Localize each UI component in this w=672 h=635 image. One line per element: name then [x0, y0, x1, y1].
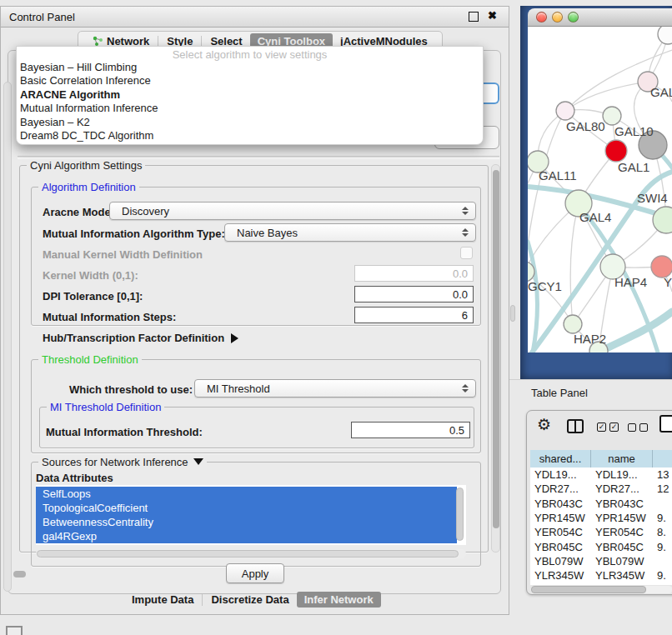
apply-button[interactable]: Apply [226, 563, 284, 583]
table-row[interactable]: YBR045CYBR045C9. [530, 539, 672, 553]
control-panel-titlebar[interactable]: Control Panel ✖ [1, 7, 509, 28]
cell: YER054C [530, 526, 591, 538]
node-gal10[interactable] [603, 107, 621, 125]
node-gal1-selected[interactable] [605, 140, 627, 162]
cell: YDR27... [591, 482, 653, 495]
manual-kernel-width-checkbox [460, 247, 473, 259]
group-title: Cyni Algorithm Settings [27, 159, 145, 172]
mi-steps-field[interactable]: 6 [354, 307, 474, 323]
close-traffic-light-icon[interactable] [536, 12, 547, 22]
zoom-traffic-light-icon[interactable] [568, 12, 579, 22]
select-all-icon-2[interactable]: ✓ [609, 422, 619, 432]
cell: YIL052C [530, 584, 591, 585]
attribute-item[interactable]: BetweennessCentrality [36, 515, 457, 529]
cell: 8. [653, 526, 672, 538]
table-row[interactable]: YBL079WYBL079W [530, 554, 672, 568]
close-icon[interactable]: ✖ [488, 9, 497, 22]
which-threshold-label: Which threshold to use: [69, 383, 193, 396]
new-table-icon[interactable] [659, 415, 672, 432]
chevron-down-icon [193, 458, 203, 465]
list-horizontal-scrollbar[interactable] [36, 549, 466, 558]
dpi-tolerance-label: DPI Tolerance [0,1]: [43, 290, 143, 302]
attribute-item[interactable]: TopologicalCoefficient [36, 501, 457, 515]
node-hap2[interactable] [564, 315, 582, 333]
node-label: GAL80 [566, 119, 605, 133]
tab-discretize-data[interactable]: Discretize Data [203, 592, 296, 608]
columns-icon[interactable] [567, 419, 584, 433]
network-graph: GAL7 GAL80 GAL10 GAL1 GAL11 SWI4 GAL4 GC… [528, 27, 672, 352]
table-row[interactable]: YDL19...YDL19...13 [530, 468, 672, 482]
node-gal80[interactable] [556, 102, 574, 120]
kernel-width-label: Kernel Width (0,1): [43, 269, 138, 282]
table-row[interactable]: YBR043CYBR043C [530, 497, 672, 511]
control-panel-window: Control Panel ✖ Network Style Select Cyn… [0, 6, 509, 615]
mi-steps-value: 6 [462, 309, 468, 322]
float-icon[interactable] [469, 12, 479, 22]
network-window-titlebar[interactable] [528, 8, 672, 27]
stepper-arrows-icon [462, 228, 469, 237]
table-row[interactable]: YDR27...YDR27...12 [530, 482, 672, 496]
column-header-shared-name[interactable]: shared... [530, 450, 591, 468]
panel-vertical-scrollbar[interactable] [3, 82, 12, 592]
popup-item-bayesian-hill-climbing[interactable]: Bayesian – Hill Climbing [17, 61, 483, 74]
node-label: Y [664, 275, 672, 289]
list-scrollbar-thumb[interactable] [456, 488, 464, 541]
cyni-bottom-tabbar: Impute Data Discretize Data Infer Networ… [124, 590, 381, 609]
minimize-traffic-light-icon[interactable] [552, 12, 563, 22]
sources-toggle[interactable]: Sources for Network Inference [38, 456, 207, 468]
sources-title: Sources for Network Inference [42, 456, 188, 468]
cell: YBL079W [591, 555, 653, 568]
cell: YLR345W [591, 569, 653, 582]
node-swi4[interactable] [653, 207, 672, 233]
node-partial-top[interactable] [658, 27, 672, 44]
stepper-arrows-icon [462, 207, 469, 215]
tab-infer-network[interactable]: Infer Network [297, 592, 381, 608]
scrollbar-thumb[interactable] [37, 550, 459, 558]
node-label: SWI4 [637, 191, 668, 205]
aracne-mode-combobox[interactable]: Discovery [109, 202, 476, 220]
table-row[interactable]: YLR345WYLR345W9. [530, 568, 672, 582]
cell: YBR043C [530, 498, 591, 510]
inference-algorithm-combobox-fragment[interactable] [481, 82, 499, 104]
dpi-tolerance-field[interactable]: 0.0 [354, 286, 474, 302]
minimized-panel-icon[interactable] [6, 626, 23, 635]
popup-item-mutual-information[interactable]: Mutual Information Inference [17, 102, 483, 115]
table-row[interactable]: YIL052CYIL052C9 [530, 582, 672, 585]
data-attributes-list[interactable]: SelfLoops TopologicalCoefficient Between… [36, 485, 466, 545]
mi-threshold-field[interactable]: 0.5 [351, 422, 470, 438]
cell: 9. [653, 569, 672, 582]
table-row[interactable]: YPR145WYPR145W9. [530, 511, 672, 525]
cell: YPR145W [591, 512, 653, 524]
attribute-item[interactable]: SelfLoops [36, 487, 457, 501]
deselect-all-icon[interactable] [628, 423, 636, 432]
which-threshold-combobox[interactable]: MI Threshold [194, 379, 476, 398]
cell: YBR045C [530, 541, 591, 553]
popup-item-basic-correlation[interactable]: Basic Correlation Inference [17, 74, 483, 88]
hub-definition-toggle[interactable]: Hub/Transcription Factor Definition [43, 332, 238, 344]
manual-kernel-width-label: Manual Kernel Width Definition [43, 248, 203, 261]
table-horizontal-scrollbar[interactable] [531, 586, 672, 593]
select-all-icon[interactable]: ✓ [597, 422, 606, 432]
popup-item-dream8[interactable]: Dream8 DC_TDC Algorithm [17, 129, 483, 142]
tab-impute-data[interactable]: Impute Data [124, 592, 201, 608]
popup-item-aracne[interactable]: ARACNE Algorithm [17, 88, 483, 102]
column-header-name[interactable]: name [591, 450, 653, 468]
deselect-all-icon-2[interactable] [639, 423, 648, 432]
node-label: GAL7 [650, 85, 672, 99]
node-label: GAL4 [579, 210, 611, 224]
mi-algorithm-type-combobox[interactable]: Naive Bayes [224, 223, 476, 242]
control-panel-title: Control Panel [9, 11, 75, 23]
table-row[interactable]: YER054CYER054C8. [530, 525, 672, 539]
content-scrollbar-thumb[interactable] [13, 571, 26, 578]
panel-split-handle[interactable] [510, 305, 515, 322]
scrollbar-thumb[interactable] [531, 586, 646, 593]
settings-scrollbar-thumb[interactable] [493, 170, 499, 528]
column-header-partial[interactable]: A [653, 450, 672, 468]
attribute-item[interactable]: gal4RGexp [36, 529, 457, 543]
apply-label: Apply [242, 568, 269, 580]
gear-icon[interactable]: ⚙ [537, 417, 551, 432]
table-body: YDL19...YDL19...13 YDR27...YDR27...12 YB… [530, 468, 672, 585]
popup-item-bayesian-k2[interactable]: Bayesian – K2 [17, 116, 483, 129]
network-view-canvas[interactable]: GAL7 GAL80 GAL10 GAL1 GAL11 SWI4 GAL4 GC… [528, 27, 672, 352]
cell: YDL19... [591, 468, 653, 481]
